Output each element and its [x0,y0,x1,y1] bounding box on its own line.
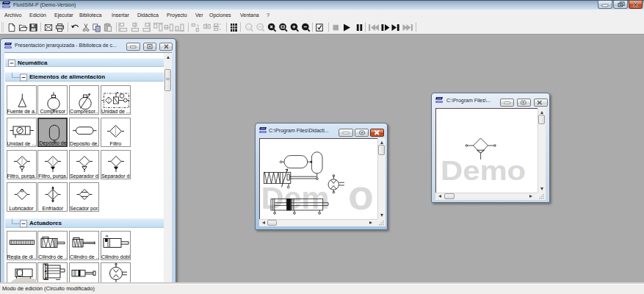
svg-text:1:1: 1:1 [247,26,251,29]
